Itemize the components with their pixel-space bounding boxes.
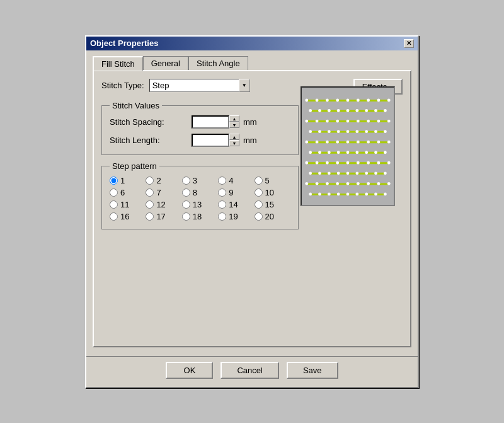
svg-point-46 <box>357 140 360 143</box>
pattern-radio-19[interactable] <box>218 212 226 221</box>
pattern-label-14: 14 <box>229 200 238 209</box>
pattern-radio-5[interactable] <box>255 177 263 185</box>
pattern-radio-16[interactable] <box>110 212 118 221</box>
pattern-radio-17[interactable] <box>146 212 154 221</box>
tab-fill-stitch[interactable]: Fill Stitch <box>93 56 143 71</box>
svg-point-26 <box>357 119 360 122</box>
stitch-spacing-spin-buttons: ▲ ▼ <box>229 115 239 128</box>
pattern-radio-11[interactable] <box>110 200 118 209</box>
svg-point-11 <box>309 109 312 112</box>
window-content: Fill Stitch General Stitch Angle Stitch … <box>86 50 418 354</box>
pattern-label-9: 9 <box>229 188 233 197</box>
stitch-type-label: Stitch Type: <box>101 81 144 90</box>
stitch-values-legend: Stitch Values <box>110 101 162 110</box>
pattern-label-16: 16 <box>120 212 129 221</box>
pattern-radio-10[interactable] <box>255 188 263 197</box>
pattern-radio-9[interactable] <box>218 188 226 197</box>
pattern-radio-4[interactable] <box>218 177 226 185</box>
svg-point-34 <box>337 130 340 133</box>
ok-button[interactable]: OK <box>166 362 213 379</box>
svg-point-27 <box>367 119 370 122</box>
svg-point-94 <box>337 192 340 195</box>
svg-point-51 <box>309 151 312 154</box>
cancel-button[interactable]: Cancel <box>220 362 278 379</box>
pattern-item-1: 1 <box>110 176 146 185</box>
svg-point-9 <box>387 98 391 101</box>
svg-point-68 <box>377 161 380 164</box>
pattern-label-2: 2 <box>156 176 161 185</box>
svg-point-41 <box>305 140 308 143</box>
pattern-label-6: 6 <box>120 188 125 197</box>
stitch-type-select[interactable]: Step Satin Running <box>149 79 250 92</box>
stitch-spacing-spin: 0.40 ▲ ▼ mm <box>192 115 257 129</box>
svg-point-29 <box>387 119 391 122</box>
tab-stitch-angle[interactable]: Stitch Angle <box>188 56 248 71</box>
svg-point-84 <box>336 182 339 185</box>
svg-point-88 <box>377 182 380 185</box>
svg-point-53 <box>328 151 331 154</box>
pattern-radio-3[interactable] <box>182 177 190 185</box>
titlebar-buttons: ✕ <box>404 39 414 48</box>
stitch-length-up-button[interactable]: ▲ <box>229 134 239 140</box>
pattern-radio-7[interactable] <box>146 188 154 197</box>
svg-point-78 <box>374 171 377 175</box>
svg-point-28 <box>377 119 380 122</box>
stitch-spacing-row: Stitch Spacing: 0.40 ▲ ▼ mm <box>110 115 290 129</box>
svg-point-97 <box>365 192 368 195</box>
pattern-radio-14[interactable] <box>218 200 226 209</box>
svg-point-62 <box>316 161 319 164</box>
svg-point-23 <box>326 119 329 122</box>
pattern-item-12: 12 <box>146 200 181 209</box>
svg-point-79 <box>384 171 387 175</box>
titlebar: Object Properties ✕ <box>86 37 418 50</box>
svg-point-77 <box>365 171 368 175</box>
stitch-length-down-button[interactable]: ▼ <box>229 140 239 146</box>
stitch-length-input[interactable]: 4.00 <box>192 134 229 147</box>
svg-point-31 <box>309 130 312 133</box>
stitch-spacing-up-button[interactable]: ▲ <box>229 115 239 122</box>
svg-point-16 <box>355 109 358 112</box>
stitch-spacing-unit: mm <box>243 117 257 127</box>
stitch-type-select-wrapper: Step Satin Running ▼ <box>149 79 250 92</box>
svg-point-83 <box>326 182 329 185</box>
pattern-label-3: 3 <box>193 176 197 185</box>
save-button[interactable]: Save <box>287 362 338 379</box>
stitch-length-row: Stitch Length: 4.00 ▲ ▼ mm <box>110 134 290 147</box>
pattern-label-7: 7 <box>156 188 161 197</box>
pattern-item-6: 6 <box>110 188 146 197</box>
pattern-radio-15[interactable] <box>255 200 263 209</box>
pattern-radio-1[interactable] <box>110 177 118 185</box>
svg-point-5 <box>346 98 350 101</box>
pattern-item-5: 5 <box>255 176 290 185</box>
svg-point-49 <box>387 140 391 143</box>
pattern-radio-6[interactable] <box>110 188 118 197</box>
svg-point-24 <box>336 119 339 122</box>
pattern-radio-18[interactable] <box>182 212 190 221</box>
stitch-spacing-input[interactable]: 0.40 <box>192 115 229 129</box>
svg-point-63 <box>326 161 329 164</box>
svg-point-17 <box>365 109 368 112</box>
pattern-radio-2[interactable] <box>146 177 154 185</box>
svg-point-82 <box>316 182 319 185</box>
svg-point-86 <box>357 182 360 185</box>
svg-point-19 <box>384 109 387 112</box>
svg-point-42 <box>316 140 319 143</box>
pattern-item-17: 17 <box>146 212 181 221</box>
pattern-radio-8[interactable] <box>182 188 190 197</box>
close-button[interactable]: ✕ <box>404 39 414 48</box>
stitch-preview <box>301 86 395 206</box>
pattern-label-20: 20 <box>265 212 274 221</box>
svg-point-91 <box>309 192 312 195</box>
svg-point-13 <box>328 109 331 112</box>
svg-point-47 <box>367 140 370 143</box>
pattern-radio-13[interactable] <box>182 200 190 209</box>
tab-general[interactable]: General <box>143 56 188 71</box>
pattern-radio-20[interactable] <box>255 212 263 221</box>
svg-point-87 <box>367 182 370 185</box>
svg-point-2 <box>316 98 319 101</box>
svg-point-98 <box>374 192 377 195</box>
svg-point-52 <box>318 151 321 154</box>
pattern-radio-12[interactable] <box>146 200 154 209</box>
stitch-spacing-down-button[interactable]: ▼ <box>229 122 239 128</box>
tab-bar: Fill Stitch General Stitch Angle <box>93 55 411 70</box>
